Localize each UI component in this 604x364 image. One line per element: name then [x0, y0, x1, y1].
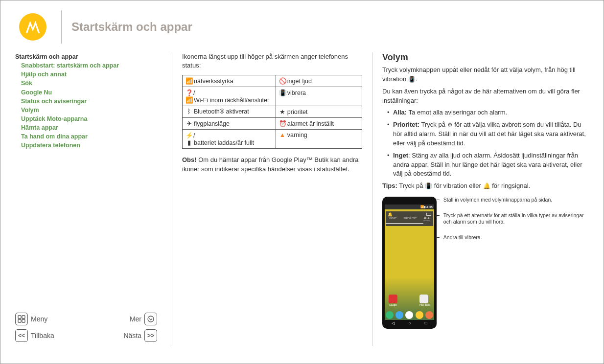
phone-illustration: 📶▮11:35 🔔 INGET PRIORITET ALLA	[382, 197, 589, 329]
toc-item[interactable]: Upptäck Moto-apparna	[21, 114, 162, 123]
table-row: ᛒBluetooth® aktiverat ★prioritet	[183, 106, 362, 118]
motorola-logo	[19, 13, 46, 41]
vibrate-icon: 📳	[279, 89, 286, 96]
volume-slider-icon	[426, 213, 431, 216]
sidebar: Startskärm och appar Snabbstart: startsk…	[15, 52, 172, 346]
wifi-icon: ❓/📶	[186, 89, 192, 104]
callout-text: Tryck på ett alternativ för att ställa i…	[441, 212, 589, 226]
next-button[interactable]: Nästa >>	[123, 329, 157, 342]
page-title: Startskärm och appar	[71, 20, 192, 34]
toc-item[interactable]: Volym	[21, 106, 162, 114]
toc-item[interactable]: Sök	[21, 79, 162, 88]
next-label: Nästa	[123, 332, 141, 340]
header: Startskärm och appar	[15, 10, 589, 44]
bluetooth-icon: ᛒ	[186, 108, 192, 115]
main-content: Startskärm och appar Snabbstart: startsk…	[15, 52, 589, 346]
callout-text: Ändra till vibrera.	[441, 234, 589, 241]
warning-icon: ▲	[279, 132, 286, 138]
svg-rect-1	[22, 316, 25, 318]
list-item: Prioritet: Tryck på ⚙ för att välja vilk…	[387, 120, 589, 148]
more-icon	[144, 313, 157, 325]
toc-item[interactable]: Hämta appar	[21, 123, 162, 132]
cell-text: Bluetooth® aktiverat	[194, 108, 249, 115]
toc-item[interactable]: Hjälp och annat	[21, 70, 162, 79]
svg-rect-3	[22, 319, 25, 322]
cell-text: vibrera	[287, 90, 306, 96]
tips-line: Tips: Tryck på 📳 för vibration eller 🔔 f…	[382, 182, 589, 191]
app-shortcuts-row: Google Play Butik	[389, 295, 430, 306]
cell-text: batteriet laddas/är fullt	[194, 139, 254, 146]
signal-icon: 📶	[186, 77, 192, 85]
list-item: Inget: Stäng av alla ljud och alarm. Åsi…	[387, 151, 589, 179]
cell-text: nätverksstyrka	[194, 78, 233, 85]
menu-label: Meny	[31, 315, 47, 323]
paragraph: Du kan även trycka på något av de här al…	[382, 87, 589, 106]
toc-item[interactable]: Snabbstart: startskärm och appar	[21, 61, 162, 70]
dock-row	[385, 311, 434, 319]
cell-text: varning	[287, 132, 307, 138]
page: Startskärm och appar Startskärm och appa…	[0, 0, 604, 364]
dock-app-icon	[395, 311, 403, 319]
back-icon: <<	[15, 329, 28, 342]
star-icon: ★	[279, 108, 286, 115]
table-row: ❓/📶Wi-Fi inom räckhåll/anslutet 📳vibrera	[183, 87, 362, 106]
more-button[interactable]: Mer	[130, 313, 157, 325]
vibrate-icon: 📳	[408, 76, 416, 83]
toc-item[interactable]: Uppdatera telefonen	[21, 141, 162, 150]
tab-priority: PRIORITET	[404, 217, 417, 221]
next-icon: >>	[144, 329, 157, 342]
table-row: ✈flygplansläge ⏰alarmet är inställt	[183, 118, 362, 130]
toc-heading: Startskärm och appar	[15, 52, 162, 61]
intro-text: Ikonerna längst upp till höger på skärme…	[182, 52, 362, 70]
toc-item[interactable]: Ta hand om dina appar	[21, 132, 162, 141]
phone-nav-bar: ◁○□	[385, 320, 434, 326]
right-column: Volym Tryck volymknappen uppåt eller ned…	[372, 52, 589, 346]
header-divider	[61, 10, 62, 44]
table-row: ⚡/▮batteriet laddas/är fullt ▲varning	[183, 130, 362, 149]
svg-rect-0	[18, 316, 21, 318]
back-label: Tillbaka	[31, 332, 54, 340]
cell-text: alarmet är inställt	[287, 120, 334, 127]
list-item: Alla: Ta emot alla aviseringar och alarm…	[387, 108, 589, 117]
toc: Startskärm och appar Snabbstart: startsk…	[15, 52, 162, 150]
dock-app-icon	[416, 311, 423, 319]
center-column: Ikonerna längst upp till höger på skärme…	[172, 52, 372, 346]
cell-text: inget ljud	[287, 78, 312, 85]
menu-icon	[15, 313, 28, 325]
note-bold: Obs!	[182, 156, 197, 163]
gear-icon: ⚙	[447, 121, 453, 128]
no-sound-icon: 🚫	[279, 77, 286, 85]
toc-item[interactable]: Google Nu	[21, 88, 162, 97]
bullet-list: Alla: Ta emot alla aviseringar och alarm…	[382, 108, 589, 179]
bottom-nav: Meny Mer << Tillbaka Nästa	[15, 313, 162, 346]
back-button[interactable]: << Tillbaka	[15, 329, 54, 342]
volume-track	[386, 223, 423, 224]
more-label: Mer	[130, 315, 141, 323]
airplane-icon: ✈	[186, 120, 192, 127]
battery-icon: ⚡/▮	[186, 132, 192, 146]
tab-none: INGET	[389, 217, 396, 221]
play-store-icon	[419, 295, 428, 303]
bell-icon: 🔔	[483, 182, 490, 189]
tab-all: ALLA	[423, 217, 429, 221]
dock-app-icon	[425, 311, 433, 319]
dock-app-icon	[386, 311, 394, 319]
phone-screen: 📶▮11:35 🔔 INGET PRIORITET ALLA	[385, 205, 434, 326]
svg-point-4	[148, 316, 154, 322]
cell-text: prioritet	[287, 109, 308, 115]
google-app-icon	[389, 295, 397, 303]
cell-text: Wi-Fi inom räckhåll/anslutet	[194, 97, 269, 104]
note-text: Obs! Om du hämtar appar från Google Play…	[182, 156, 362, 173]
menu-button[interactable]: Meny	[15, 313, 47, 325]
dock-app-icon	[405, 311, 413, 319]
vibrate-icon: 📳	[425, 182, 432, 189]
paragraph: Tryck volymknappen uppåt eller nedåt för…	[382, 66, 589, 84]
toc-item[interactable]: Status och aviseringar	[21, 97, 162, 106]
note-body: Om du hämtar appar från Google Play™ But…	[182, 156, 359, 172]
svg-rect-2	[18, 319, 21, 322]
volume-panel: 🔔 INGET PRIORITET ALLA	[386, 211, 433, 226]
table-row: 📶nätverksstyrka 🚫inget ljud	[183, 75, 362, 87]
bell-icon: 🔔	[388, 212, 393, 217]
phone-status-bar: 📶▮11:35	[385, 205, 434, 209]
cell-text: flygplansläge	[194, 120, 230, 127]
